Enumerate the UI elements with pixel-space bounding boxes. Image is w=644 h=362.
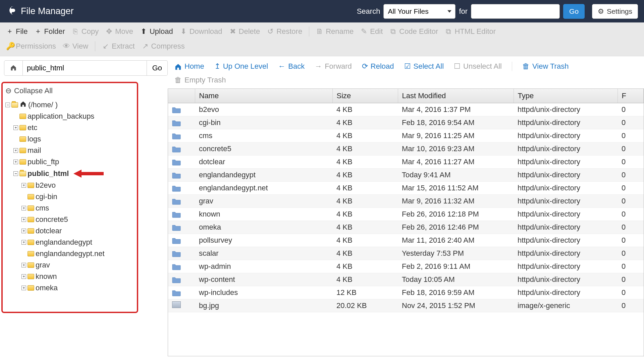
tool-html-editor: ⧉HTML Editor: [445, 27, 496, 36]
folder-icon: [28, 217, 34, 222]
search-go-button[interactable]: Go: [563, 4, 585, 19]
file-row[interactable]: concrete54 KBMar 10, 2016 9:23 AMhttpd/u…: [168, 142, 644, 156]
expand-icon[interactable]: +: [21, 263, 26, 267]
restore-icon: ↺: [267, 27, 274, 36]
tree-item-omeka[interactable]: + omeka: [5, 282, 134, 294]
copy-icon: ⎘: [72, 27, 79, 36]
file-row[interactable]: grav4 KBMar 9, 2016 11:32 AMhttpd/unix-d…: [168, 195, 644, 208]
expand-icon[interactable]: +: [13, 160, 18, 164]
tool-edit: ✎Edit: [360, 27, 383, 36]
expand-icon[interactable]: +: [13, 148, 18, 153]
file-row[interactable]: pollsurvey4 KBMar 11, 2016 2:40 AMhttpd/…: [168, 234, 644, 247]
tool-extract: ↙Extract: [102, 42, 135, 51]
collapse-all-button[interactable]: ⊖ Collapse All: [5, 86, 134, 95]
expand-icon[interactable]: +: [21, 240, 26, 245]
tree-item-englandandegypt-net[interactable]: englandandegypt.net: [5, 248, 134, 259]
col-perm[interactable]: F: [618, 89, 644, 103]
file-row[interactable]: b2evo4 KBMar 4, 2016 1:37 PMhttpd/unix-d…: [168, 103, 644, 116]
tool-upload[interactable]: ⬆Upload: [140, 27, 173, 36]
file-row[interactable]: wp-admin4 KBFeb 2, 2016 9:11 AMhttpd/uni…: [168, 260, 644, 273]
nav-select-all[interactable]: ☑ Select All: [404, 62, 444, 71]
file-row[interactable]: wp-content4 KBToday 10:05 AMhttpd/unix-d…: [168, 273, 644, 286]
forward-arrow-icon: →: [315, 62, 322, 71]
folder-icon: [11, 102, 18, 108]
back-arrow-icon: ←: [278, 62, 285, 71]
file-row[interactable]: englandandegypt.net4 KBMar 15, 2016 11:5…: [168, 182, 644, 195]
expand-icon[interactable]: +: [21, 206, 26, 210]
search-input[interactable]: [471, 4, 560, 19]
file-row[interactable]: englandandegypt4 KBToday 9:41 AMhttpd/un…: [168, 169, 644, 182]
tree-item-dotclear[interactable]: + dotclear: [5, 225, 134, 237]
nav-empty-trash[interactable]: 🗑 Empty Trash: [174, 76, 226, 84]
nav-up-one-level[interactable]: ↥ Up One Level: [214, 62, 268, 71]
path-input[interactable]: [23, 60, 147, 76]
settings-button[interactable]: ⚙ Settings: [592, 4, 638, 19]
cpanel-icon: [6, 5, 17, 18]
view-icon: 👁: [63, 42, 70, 51]
folder-icon: [28, 285, 34, 291]
tree-item-application-backups[interactable]: application_backups: [5, 111, 134, 122]
folder-icon: [172, 172, 181, 179]
tree-root-item[interactable]: − (/home/ ): [5, 99, 134, 111]
folder-icon: [172, 237, 181, 244]
path-bar: Go: [0, 60, 168, 76]
tree-item-known[interactable]: + known: [5, 271, 134, 282]
col-size[interactable]: Size: [332, 89, 398, 103]
collapse-icon: ⊖: [5, 86, 11, 95]
expand-icon[interactable]: +: [21, 229, 26, 233]
tree-item-cms[interactable]: + cms: [5, 202, 134, 214]
file-listing: Name Size Last Modified Type F b2evo4 KB…: [168, 88, 644, 356]
tree-item-mail[interactable]: + mail: [5, 145, 134, 156]
file-row[interactable]: scalar4 KBYesterday 7:53 PMhttpd/unix-di…: [168, 247, 644, 260]
tree-item-grav[interactable]: + grav: [5, 259, 134, 271]
expand-icon[interactable]: +: [21, 183, 26, 188]
file-row[interactable]: cgi-bin4 KBFeb 18, 2016 9:54 AMhttpd/uni…: [168, 116, 644, 129]
search-scope-select[interactable]: All Your Files: [383, 4, 455, 19]
nav-home[interactable]: Home: [174, 62, 204, 71]
annotation-arrow: [73, 169, 104, 178]
home-icon: [174, 62, 182, 71]
file-row[interactable]: cms4 KBMar 9, 2016 11:25 AMhttpd/unix-di…: [168, 129, 644, 142]
tree-item-concrete5[interactable]: + concrete5: [5, 214, 134, 225]
tree-item-etc[interactable]: + etc: [5, 122, 134, 133]
tree-item-englandandegypt[interactable]: + englandandegypt: [5, 237, 134, 248]
search-label: Search: [357, 7, 380, 16]
file-row[interactable]: dotclear4 KBMar 4, 2016 11:27 AMhttpd/un…: [168, 156, 644, 169]
file-row[interactable]: omeka4 KBFeb 26, 2016 12:46 PMhttpd/unix…: [168, 221, 644, 234]
nav-back[interactable]: ← Back: [278, 62, 305, 71]
trash-icon: 🗑: [522, 62, 530, 71]
tool-copy: ⎘Copy: [72, 27, 99, 36]
folder-icon: [28, 194, 34, 199]
expand-icon[interactable]: +: [21, 217, 26, 222]
col-modified[interactable]: Last Modified: [398, 89, 514, 103]
nav-reload[interactable]: ⟳ Reload: [362, 62, 394, 71]
path-go-button[interactable]: Go: [147, 60, 168, 76]
col-name[interactable]: Name: [195, 89, 332, 103]
expand-icon[interactable]: +: [21, 274, 26, 279]
expand-icon[interactable]: +: [13, 125, 18, 130]
collapse-icon[interactable]: −: [5, 103, 10, 107]
tree-item-public-ftp[interactable]: + public_ftp: [5, 156, 134, 168]
file-row[interactable]: known4 KBFeb 26, 2016 12:18 PMhttpd/unix…: [168, 208, 644, 221]
tree-item-public-html[interactable]: − public_html: [5, 168, 134, 180]
file-row[interactable]: wp-includes12 KBFeb 18, 2016 9:59 AMhttp…: [168, 286, 644, 299]
file-row[interactable]: bg.jpg20.02 KBNov 24, 2015 1:52 PMimage/…: [168, 299, 644, 312]
up-arrow-icon: ↥: [214, 62, 220, 71]
tool-file[interactable]: +File: [6, 27, 28, 36]
col-icon[interactable]: [168, 89, 195, 103]
separator: [512, 62, 512, 71]
expand-icon[interactable]: +: [21, 286, 26, 290]
tree-item-logs[interactable]: logs: [5, 133, 134, 145]
folder-icon: [172, 133, 181, 139]
tree-item-b2evo[interactable]: + b2evo: [5, 180, 134, 191]
tool-folder[interactable]: +Folder: [34, 27, 65, 36]
folder-icon: [19, 114, 26, 119]
collapse-icon[interactable]: −: [13, 171, 18, 176]
edit-icon: ✎: [360, 27, 368, 36]
tree-item-cgi-bin[interactable]: cgi-bin: [5, 191, 134, 202]
nav-view-trash[interactable]: 🗑 View Trash: [522, 62, 569, 71]
home-icon: [10, 64, 17, 72]
col-type[interactable]: Type: [514, 89, 618, 103]
folder-icon: [172, 224, 181, 231]
home-button[interactable]: [4, 60, 23, 76]
